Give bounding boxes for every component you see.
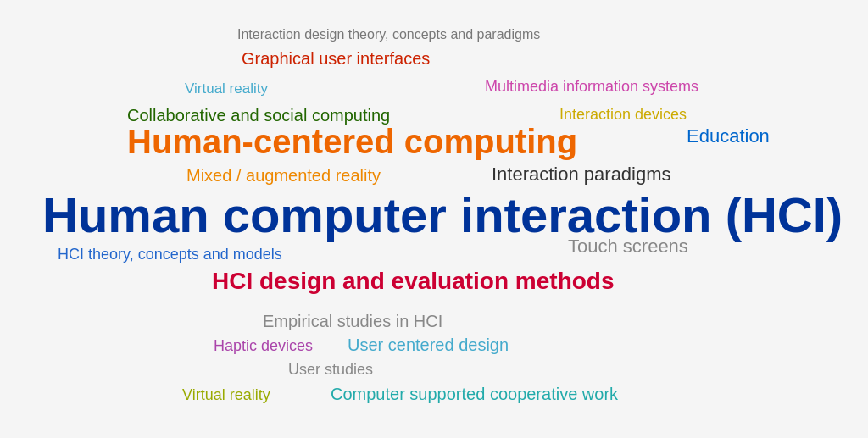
word-interaction-design-theory: Interaction design theory, concepts and … xyxy=(237,27,540,42)
word-education: Education xyxy=(687,125,770,147)
word-haptic-devices: Haptic devices xyxy=(214,337,313,355)
word-interaction-paradigms: Interaction paradigms xyxy=(492,164,671,186)
word-virtual-reality-2: Virtual reality xyxy=(182,386,270,404)
word-human-centered-computing: Human-centered computing xyxy=(127,123,577,161)
word-human-computer-interaction: Human computer interaction (HCI) xyxy=(42,186,843,243)
word-user-studies: User studies xyxy=(288,361,373,379)
word-hci-theory-concepts-models: HCI theory, concepts and models xyxy=(58,246,282,263)
word-cloud: Interaction design theory, concepts and … xyxy=(0,0,868,438)
word-multimedia-information-systems: Multimedia information systems xyxy=(485,78,698,96)
word-virtual-reality-1: Virtual reality xyxy=(185,80,268,97)
word-mixed-augmented-reality: Mixed / augmented reality xyxy=(186,166,381,186)
word-graphical-user-interfaces: Graphical user interfaces xyxy=(242,49,430,69)
word-empirical-studies-hci: Empirical studies in HCI xyxy=(263,312,442,331)
word-computer-supported-cooperative: Computer supported cooperative work xyxy=(331,385,618,404)
word-touch-screens: Touch screens xyxy=(568,236,688,258)
word-interaction-devices: Interaction devices xyxy=(559,106,687,124)
word-user-centered-design: User centered design xyxy=(348,335,509,355)
word-hci-design-evaluation: HCI design and evaluation methods xyxy=(212,268,615,295)
